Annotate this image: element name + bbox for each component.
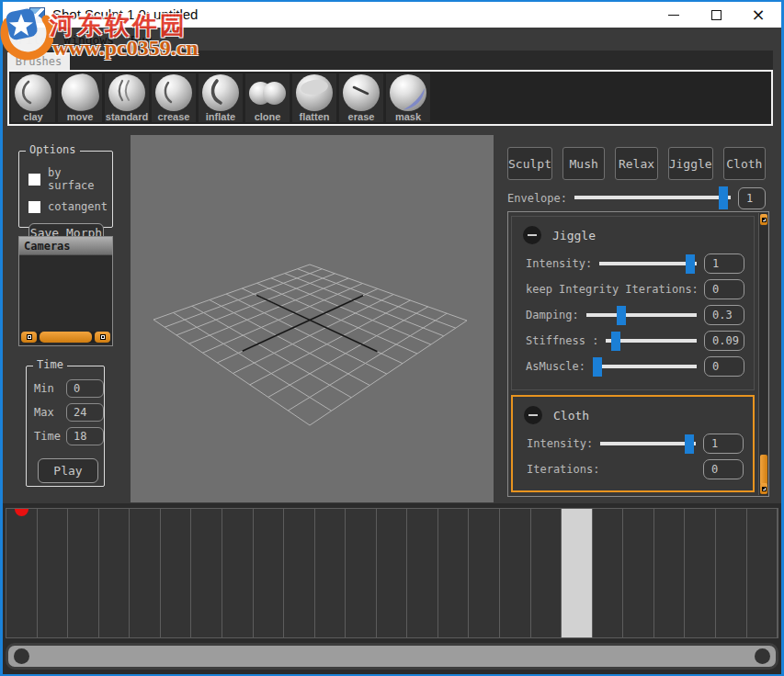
scroll-thumb[interactable]: [760, 455, 767, 485]
damping-value[interactable]: 0.3: [704, 305, 744, 325]
brush-mask[interactable]: mask: [386, 73, 430, 122]
menu-buy[interactable]: Buy: [122, 33, 160, 47]
timeline-cell-20[interactable]: [623, 509, 654, 637]
damping-slider[interactable]: [586, 306, 697, 325]
viewport-3d[interactable]: [131, 135, 494, 502]
cameras-list: Cameras: [18, 236, 113, 346]
mode-sculpt-button[interactable]: Sculpt: [507, 147, 552, 180]
range-end-handle[interactable]: [755, 648, 770, 664]
timeline-cell-14[interactable]: [438, 509, 470, 637]
scroll-up-button[interactable]: [760, 214, 767, 225]
frame-timeline[interactable]: [6, 508, 778, 638]
timeline-cell-16[interactable]: [500, 509, 531, 637]
tab-brushes[interactable]: Brushes: [7, 52, 70, 70]
time-field[interactable]: 18: [66, 427, 104, 445]
mode-cloth-button[interactable]: Cloth: [723, 147, 766, 180]
cloth-intensity-slider[interactable]: [600, 434, 696, 454]
timeline-cell-8[interactable]: [254, 509, 285, 637]
timeline-cell-0[interactable]: [6, 509, 38, 637]
timeline-cell-18[interactable]: [562, 509, 593, 637]
app-window: Shot Sculpt 1.0: untitled × File Windows…: [0, 0, 784, 676]
min-field[interactable]: 0: [66, 379, 104, 398]
menu-windows[interactable]: Windows: [55, 33, 122, 47]
cloth-intensity-value[interactable]: 1: [703, 434, 744, 454]
by-surface-checkbox[interactable]: [28, 174, 40, 186]
timeline-cell-22[interactable]: [685, 509, 716, 637]
slider-handle[interactable]: [617, 306, 626, 325]
stiffness-value[interactable]: 0.09: [704, 331, 744, 351]
cloth-iterations-value[interactable]: 0: [703, 459, 744, 479]
timeline-cell-4[interactable]: [130, 509, 161, 637]
cameras-scroll-left-button[interactable]: [21, 332, 37, 343]
timeline-cell-10[interactable]: [315, 509, 347, 637]
mode-relax-button[interactable]: Relax: [615, 147, 657, 180]
brush-label: inflate: [206, 111, 235, 122]
scroll-down-button[interactable]: [760, 483, 767, 494]
timeline-cell-3[interactable]: [99, 509, 131, 637]
timeline-cell-17[interactable]: [531, 509, 562, 637]
asmuscle-value[interactable]: 0: [704, 356, 744, 377]
timeline-cell-12[interactable]: [377, 509, 408, 637]
slider-handle[interactable]: [719, 186, 728, 209]
timeline-cell-9[interactable]: [284, 509, 315, 637]
time-title: Time: [33, 358, 67, 371]
slider-handle[interactable]: [593, 357, 602, 377]
brush-label: move: [67, 111, 94, 122]
brush-flatten[interactable]: flatten: [292, 73, 336, 122]
pane-scrollbar[interactable]: [758, 213, 767, 495]
timeline-cell-6[interactable]: [191, 509, 222, 637]
minimize-button[interactable]: [653, 2, 695, 28]
brush-crease[interactable]: crease: [152, 73, 196, 122]
brush-label: mask: [395, 111, 421, 122]
asmuscle-label: AsMuscle:: [526, 360, 585, 373]
close-button[interactable]: ×: [737, 2, 779, 28]
envelope-value[interactable]: 1: [738, 187, 766, 209]
keep-integrity-label: keep Integrity Iterations:: [526, 283, 699, 296]
slider-handle[interactable]: [686, 254, 695, 274]
close-icon: ×: [751, 6, 765, 23]
mode-mush-button[interactable]: Mush: [562, 147, 605, 180]
collapse-icon[interactable]: [523, 226, 541, 244]
cameras-scroll-right-button[interactable]: [95, 332, 110, 343]
maximize-button[interactable]: [695, 2, 737, 28]
keep-integrity-value[interactable]: 0: [704, 279, 744, 299]
cameras-scroll-thumb[interactable]: [40, 332, 92, 343]
max-field[interactable]: 24: [66, 403, 104, 422]
title-bar[interactable]: Shot Sculpt 1.0: untitled ×: [3, 2, 781, 28]
play-button[interactable]: Play: [38, 458, 98, 483]
mask-brush-mark: [390, 74, 426, 111]
menu-file[interactable]: File: [10, 33, 55, 47]
timeline-cell-13[interactable]: [407, 509, 438, 637]
slider-handle[interactable]: [611, 332, 620, 351]
asmuscle-slider[interactable]: [593, 357, 697, 377]
cameras-scrollbar[interactable]: [21, 332, 110, 343]
brush-inflate[interactable]: inflate: [199, 73, 243, 122]
brush-clay[interactable]: clay: [11, 73, 55, 122]
brush-clone[interactable]: clone: [245, 73, 290, 122]
timeline-cell-21[interactable]: [654, 509, 686, 637]
stiffness-slider[interactable]: [606, 332, 697, 351]
collapse-icon[interactable]: [524, 406, 542, 424]
range-start-handle[interactable]: [14, 648, 29, 664]
envelope-slider[interactable]: [574, 186, 731, 209]
timeline-cell-2[interactable]: [68, 509, 99, 637]
cotangent-checkbox[interactable]: [28, 201, 40, 213]
intensity-value[interactable]: 1: [704, 254, 744, 274]
timeline-cell-23[interactable]: [716, 509, 747, 637]
brush-standard[interactable]: standard: [105, 73, 149, 122]
timeline-cell-5[interactable]: [161, 509, 192, 637]
timeline-range-bar[interactable]: [6, 643, 778, 670]
timeline-cell-11[interactable]: [346, 509, 377, 637]
intensity-slider[interactable]: [599, 254, 697, 274]
timeline-cell-19[interactable]: [593, 509, 624, 637]
timeline-cell-15[interactable]: [469, 509, 500, 637]
slider-handle[interactable]: [685, 434, 694, 454]
timeline-cell-24[interactable]: [747, 509, 778, 637]
brush-move[interactable]: move: [58, 73, 102, 122]
mode-jiggle-button[interactable]: Jiggle: [668, 147, 713, 180]
timeline-cell-1[interactable]: [38, 509, 69, 637]
minus-icon: [528, 234, 537, 236]
brush-erase[interactable]: erase: [339, 73, 383, 122]
timeline-cell-7[interactable]: [222, 509, 254, 637]
cameras-header[interactable]: Cameras: [19, 237, 112, 255]
